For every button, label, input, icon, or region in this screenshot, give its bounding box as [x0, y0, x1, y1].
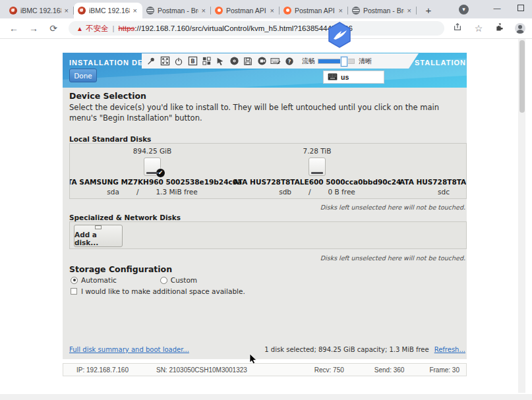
status-sn: SN: 2103050CSH10M3001323 — [156, 366, 247, 374]
keyboard-layout-value: us — [341, 73, 349, 81]
selection-summary: 1 disk selected; 894.25 GiB capacity; 1.… — [264, 346, 429, 353]
back-icon[interactable]: ← — [8, 22, 20, 34]
disk-drive-icon — [309, 157, 326, 176]
disk-device: sda — [107, 188, 119, 196]
browser-tab-ibmc-2-active[interactable]: iBMC 192.168.7.16 × — [74, 3, 142, 18]
disk-size: 894.25 GiB — [133, 147, 171, 156]
installer-body: Device Selection Select the device(s) yo… — [63, 88, 467, 359]
status-recv: Recv: 750 — [314, 366, 344, 374]
new-tab-button[interactable]: + — [421, 2, 436, 18]
full-disk-summary-link[interactable]: Full disk summary and boot loader... — [69, 346, 189, 353]
add-disk-button[interactable]: Add a disk... — [74, 225, 123, 247]
extensions-puzzle-icon[interactable] — [494, 22, 506, 34]
kvm-status-bar: IP: 192.168.7.160 SN: 2103050CSH10M30013… — [63, 363, 467, 376]
reload-icon[interactable]: ⟳ — [47, 22, 59, 34]
disk-selected-check-icon: ✔ — [156, 168, 165, 178]
browser-tab-postman-api-1[interactable]: Postman API Platfo × — [211, 3, 280, 18]
browser-tab-postman-api-2[interactable]: Postman API Platfo × — [280, 3, 348, 18]
tab-close-icon[interactable]: × — [200, 7, 207, 14]
fullscreen-icon[interactable] — [160, 56, 170, 67]
save-floppy-icon[interactable] — [243, 56, 253, 67]
disk-name: ATA SAMSUNG MZ7KH960 5002538e19b24c0a — [69, 178, 242, 186]
quality-slider[interactable] — [318, 59, 355, 64]
slider-right-label: 清晰 — [359, 57, 372, 66]
automatic-radio-label: Automatic — [81, 276, 117, 284]
browser-tab-strip: iBMC 192.168.7.16 × iBMC 192.168.7.16 × … — [0, 0, 532, 18]
tab-title: Postman API Platfo — [295, 7, 336, 14]
unselected-note-1: Disks left unselected here will not be t… — [320, 204, 465, 211]
custom-radio[interactable] — [160, 277, 167, 284]
soft-keyboard-icon[interactable] — [270, 56, 281, 67]
pin-icon[interactable] — [146, 56, 156, 67]
profile-avatar[interactable] — [515, 23, 525, 34]
disk-sdc[interactable]: 7 ATA HUS728T8TAL sdc — [399, 147, 467, 198]
window-maximize-button[interactable] — [517, 5, 524, 11]
scrollbar-thumb[interactable] — [519, 40, 525, 113]
tab-close-icon[interactable]: × — [406, 7, 413, 14]
mouse-pointer-icon[interactable] — [215, 56, 225, 67]
tab-close-icon[interactable]: × — [269, 7, 276, 14]
disk-sdb[interactable]: 7.28 TiB ATA HUS728T8TALE600 5000cca0bbd… — [235, 147, 399, 198]
ibmc-favicon-icon — [78, 7, 86, 14]
kvm-viewer: INSTALLATION DESTINATION STALLATION Done… — [63, 53, 467, 376]
url-protocol: https — [118, 24, 134, 32]
tab-close-icon[interactable]: × — [338, 7, 344, 14]
security-warning-text: 不安全 — [86, 24, 109, 34]
window-minimize-button[interactable]: — — [492, 4, 502, 12]
macro-grid-icon[interactable] — [201, 56, 212, 67]
window-bottom-edge — [0, 394, 532, 400]
page-scrollbar[interactable] — [518, 39, 525, 393]
postman-favicon-icon — [283, 7, 291, 14]
postman-favicon-icon — [215, 7, 223, 14]
automatic-radio[interactable] — [71, 277, 78, 284]
cd-dvd-icon[interactable] — [229, 56, 239, 67]
browser-navbar: ← → ⟳ ▲ 不安全 | https://192.168.7.160/src/… — [0, 18, 532, 39]
browser-tab-postman-browse-2[interactable]: Postman - Browse × — [348, 3, 417, 18]
browser-tab-postman-browse-1[interactable]: Postman - Browse × — [142, 3, 211, 18]
globe-favicon-icon — [352, 7, 360, 14]
tab-title: iBMC 192.168.7.16 — [20, 7, 61, 14]
disk-name: ATA HUS728T8TAL — [399, 178, 467, 186]
keyboard-layout-selector[interactable]: us — [323, 71, 384, 84]
forward-icon[interactable]: → — [28, 22, 40, 34]
disk-separator: / — [136, 188, 139, 196]
status-send: Send: 360 — [374, 366, 405, 374]
browser-update-badge-icon[interactable]: ▾ — [459, 5, 469, 14]
disk-device: sdb — [279, 188, 291, 196]
kvm-toolbar: B ? 流畅 清晰 — [142, 53, 419, 69]
power-icon[interactable] — [173, 56, 184, 67]
done-button[interactable]: Done — [69, 69, 97, 82]
disk-device: sdc — [438, 188, 450, 196]
help-icon[interactable]: ? — [284, 56, 295, 67]
disk-sda[interactable]: 894.25 GiB ✔ ATA SAMSUNG MZ7KH960 500253… — [70, 147, 235, 198]
tab-title: Postman API Platfo — [226, 7, 267, 14]
record-screen-icon[interactable] — [256, 56, 267, 67]
storage-configuration-heading: Storage Configuration — [69, 264, 172, 274]
kvm-plugin-logo-icon[interactable] — [327, 22, 352, 51]
slider-left-label: 流畅 — [302, 57, 315, 66]
disk-drive-icon: ✔ — [144, 157, 161, 176]
keyboard-icon — [328, 71, 338, 83]
keyboard-b-icon[interactable]: B — [187, 56, 198, 67]
network-disks-panel: Add a disk... — [69, 221, 467, 249]
status-ip: IP: 192.168.7.160 — [76, 366, 129, 374]
disk-free: 1.3 MiB free — [156, 188, 197, 196]
tab-close-icon[interactable]: × — [63, 7, 70, 14]
tab-title: Postman - Browse — [158, 7, 198, 14]
url-separator: | — [112, 24, 114, 32]
quality-slider-handle[interactable] — [341, 57, 347, 67]
refresh-link[interactable]: Refresh... — [434, 346, 465, 353]
address-bar[interactable]: ▲ 不安全 | https://192.168.7.160/src/virtua… — [69, 21, 444, 36]
security-warning-icon[interactable]: ▲ — [76, 25, 83, 32]
bookmark-star-icon[interactable]: ☆ — [473, 22, 485, 34]
additional-space-checkbox[interactable] — [71, 288, 77, 295]
disk-free: 0 B free — [328, 188, 355, 196]
local-disks-heading: Local Standard Disks — [69, 135, 151, 143]
share-icon[interactable] — [452, 22, 463, 34]
globe-favicon-icon — [146, 7, 154, 14]
browser-tab-ibmc-1[interactable]: iBMC 192.168.7.16 × — [5, 3, 74, 18]
status-frame: Frame: 30 — [429, 366, 459, 374]
svg-text:?: ? — [288, 58, 291, 64]
tab-title: Postman - Browse — [363, 7, 404, 14]
tab-close-icon[interactable]: × — [132, 7, 138, 14]
